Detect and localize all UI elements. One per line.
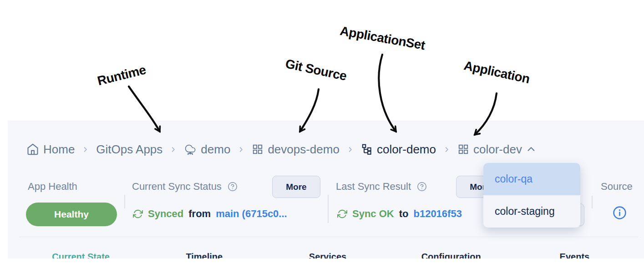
sync-icon (337, 209, 347, 219)
help-icon[interactable] (227, 181, 238, 192)
tab-events[interactable]: Events (513, 252, 636, 259)
annotation-label-application-set: ApplicationSet (339, 24, 426, 53)
annotation-label-runtime: Runtime (96, 62, 147, 88)
chevron-right-icon (347, 146, 354, 153)
application-selector-dropdown: color-qa color-staging (483, 163, 580, 228)
tab-timeline[interactable]: Timeline (142, 252, 266, 259)
breadcrumb-item-runtime-demo[interactable]: demo (184, 142, 230, 157)
sync-revision-link[interactable]: main (6715c0... (216, 208, 287, 220)
chevron-right-icon (443, 146, 450, 153)
chevron-up-icon (526, 144, 536, 154)
last-sync-value: Sync OK to b12016f53 (337, 208, 462, 220)
chevron-right-icon (238, 146, 244, 153)
breadcrumb-label: devops-demo (268, 142, 340, 157)
tabs-divider (19, 237, 638, 237)
app-health-status-badge: Healthy (26, 203, 117, 226)
arrow-application-set (379, 55, 396, 132)
breadcrumb-label: color-demo (377, 142, 436, 157)
runtime-icon (184, 143, 197, 156)
tab-services[interactable]: Services (266, 252, 389, 259)
dropdown-item-color-qa[interactable]: color-qa (483, 163, 580, 195)
annotation-label-git-source: Git Source (284, 56, 348, 84)
source-label: Source (601, 181, 633, 193)
current-sync-more-button[interactable]: More (272, 176, 320, 198)
sync-status-text: Synced (148, 208, 183, 220)
breadcrumb-item-git-source-devops-demo[interactable]: devops-demo (252, 142, 340, 157)
sync-icon (133, 209, 143, 219)
breadcrumb-label: Home (43, 142, 75, 157)
sync-connector-text: to (399, 208, 409, 220)
breadcrumb-item-application-set-color-demo[interactable]: color-demo (361, 142, 436, 157)
grid-icon (457, 143, 469, 155)
breadcrumb-item-application-color-dev[interactable]: color-dev (457, 142, 536, 157)
breadcrumb-label: GitOps Apps (96, 142, 162, 157)
section-divider (592, 196, 593, 208)
current-sync-status-section: Current Sync Status (132, 181, 238, 193)
help-icon[interactable] (416, 181, 427, 192)
info-icon[interactable] (613, 206, 627, 222)
section-divider (328, 195, 329, 223)
screenshot-canvas: Runtime Git Source ApplicationSet Applic… (0, 0, 644, 279)
tab-current-state[interactable]: Current State (19, 252, 142, 259)
annotation-label-application: Application (462, 58, 531, 86)
last-sync-result-section: Last Sync Result (336, 181, 427, 193)
sync-revision-link[interactable]: b12016f53 (413, 208, 461, 220)
tab-bar: Current State Timeline Services Configur… (19, 252, 636, 259)
home-icon (26, 143, 39, 156)
application-set-icon (361, 143, 373, 155)
breadcrumb-label: color-dev (473, 142, 522, 157)
breadcrumb-label: demo (201, 142, 230, 157)
chevron-right-icon (82, 146, 89, 153)
app-health-label: App Health (28, 181, 77, 193)
breadcrumb-item-gitops-apps[interactable]: GitOps Apps (96, 142, 162, 157)
sync-connector-text: from (188, 208, 211, 220)
breadcrumb-item-home[interactable]: Home (26, 142, 75, 157)
section-divider (124, 195, 125, 208)
breadcrumb: Home GitOps Apps demo devops-demo (26, 141, 536, 157)
chevron-right-icon (170, 146, 177, 153)
tab-configuration[interactable]: Configuration (390, 252, 513, 259)
current-sync-status-label: Current Sync Status (132, 181, 222, 193)
dropdown-item-color-staging[interactable]: color-staging (483, 195, 580, 228)
current-sync-value: Synced from main (6715c0... (133, 208, 287, 220)
grid-icon (252, 143, 264, 155)
last-sync-result-label: Last Sync Result (336, 181, 411, 193)
sync-status-text: Sync OK (352, 208, 394, 220)
